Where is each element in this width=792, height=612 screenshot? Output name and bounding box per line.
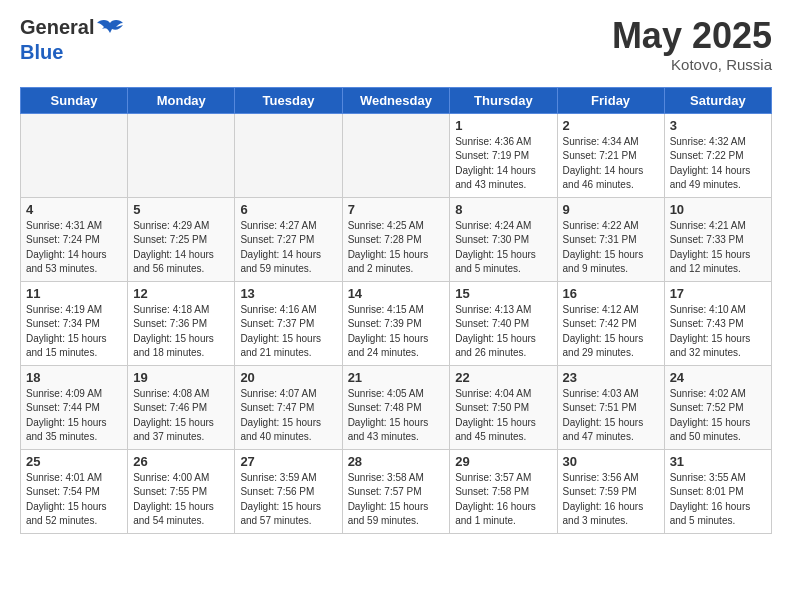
day-info: Sunrise: 3:57 AM Sunset: 7:58 PM Dayligh…	[455, 471, 551, 529]
day-number: 27	[240, 454, 336, 469]
day-info: Sunrise: 4:00 AM Sunset: 7:55 PM Dayligh…	[133, 471, 229, 529]
logo-general: General	[20, 16, 94, 38]
col-header-monday: Monday	[128, 87, 235, 113]
month-year-title: May 2025	[612, 16, 772, 56]
day-number: 9	[563, 202, 659, 217]
day-info: Sunrise: 4:34 AM Sunset: 7:21 PM Dayligh…	[563, 135, 659, 193]
calendar-cell: 10Sunrise: 4:21 AM Sunset: 7:33 PM Dayli…	[664, 197, 771, 281]
page: General Blue May 2025 Kotovo, Russia Sun…	[0, 0, 792, 550]
calendar-cell: 6Sunrise: 4:27 AM Sunset: 7:27 PM Daylig…	[235, 197, 342, 281]
calendar-cell: 9Sunrise: 4:22 AM Sunset: 7:31 PM Daylig…	[557, 197, 664, 281]
calendar-table: SundayMondayTuesdayWednesdayThursdayFrid…	[20, 87, 772, 534]
calendar-cell: 30Sunrise: 3:56 AM Sunset: 7:59 PM Dayli…	[557, 449, 664, 533]
day-info: Sunrise: 4:24 AM Sunset: 7:30 PM Dayligh…	[455, 219, 551, 277]
calendar-week-row: 25Sunrise: 4:01 AM Sunset: 7:54 PM Dayli…	[21, 449, 772, 533]
day-number: 17	[670, 286, 766, 301]
day-number: 1	[455, 118, 551, 133]
calendar-cell: 25Sunrise: 4:01 AM Sunset: 7:54 PM Dayli…	[21, 449, 128, 533]
calendar-cell: 20Sunrise: 4:07 AM Sunset: 7:47 PM Dayli…	[235, 365, 342, 449]
day-info: Sunrise: 4:21 AM Sunset: 7:33 PM Dayligh…	[670, 219, 766, 277]
calendar-cell: 15Sunrise: 4:13 AM Sunset: 7:40 PM Dayli…	[450, 281, 557, 365]
calendar-cell: 19Sunrise: 4:08 AM Sunset: 7:46 PM Dayli…	[128, 365, 235, 449]
day-number: 18	[26, 370, 122, 385]
day-info: Sunrise: 4:16 AM Sunset: 7:37 PM Dayligh…	[240, 303, 336, 361]
logo-blue: Blue	[20, 41, 63, 63]
day-number: 19	[133, 370, 229, 385]
day-info: Sunrise: 4:12 AM Sunset: 7:42 PM Dayligh…	[563, 303, 659, 361]
day-info: Sunrise: 4:04 AM Sunset: 7:50 PM Dayligh…	[455, 387, 551, 445]
calendar-cell	[21, 113, 128, 197]
day-number: 13	[240, 286, 336, 301]
day-info: Sunrise: 4:05 AM Sunset: 7:48 PM Dayligh…	[348, 387, 445, 445]
col-header-thursday: Thursday	[450, 87, 557, 113]
day-info: Sunrise: 4:29 AM Sunset: 7:25 PM Dayligh…	[133, 219, 229, 277]
header: General Blue May 2025 Kotovo, Russia	[20, 16, 772, 73]
calendar-cell: 28Sunrise: 3:58 AM Sunset: 7:57 PM Dayli…	[342, 449, 450, 533]
day-number: 14	[348, 286, 445, 301]
day-info: Sunrise: 4:19 AM Sunset: 7:34 PM Dayligh…	[26, 303, 122, 361]
day-number: 25	[26, 454, 122, 469]
day-info: Sunrise: 3:56 AM Sunset: 7:59 PM Dayligh…	[563, 471, 659, 529]
calendar-week-row: 18Sunrise: 4:09 AM Sunset: 7:44 PM Dayli…	[21, 365, 772, 449]
day-info: Sunrise: 4:03 AM Sunset: 7:51 PM Dayligh…	[563, 387, 659, 445]
day-number: 3	[670, 118, 766, 133]
col-header-sunday: Sunday	[21, 87, 128, 113]
day-info: Sunrise: 4:22 AM Sunset: 7:31 PM Dayligh…	[563, 219, 659, 277]
calendar-cell: 1Sunrise: 4:36 AM Sunset: 7:19 PM Daylig…	[450, 113, 557, 197]
calendar-week-row: 1Sunrise: 4:36 AM Sunset: 7:19 PM Daylig…	[21, 113, 772, 197]
day-info: Sunrise: 4:27 AM Sunset: 7:27 PM Dayligh…	[240, 219, 336, 277]
day-info: Sunrise: 4:08 AM Sunset: 7:46 PM Dayligh…	[133, 387, 229, 445]
day-info: Sunrise: 3:59 AM Sunset: 7:56 PM Dayligh…	[240, 471, 336, 529]
calendar-cell: 17Sunrise: 4:10 AM Sunset: 7:43 PM Dayli…	[664, 281, 771, 365]
day-info: Sunrise: 4:25 AM Sunset: 7:28 PM Dayligh…	[348, 219, 445, 277]
calendar-cell: 14Sunrise: 4:15 AM Sunset: 7:39 PM Dayli…	[342, 281, 450, 365]
day-number: 28	[348, 454, 445, 469]
calendar-cell: 12Sunrise: 4:18 AM Sunset: 7:36 PM Dayli…	[128, 281, 235, 365]
day-number: 31	[670, 454, 766, 469]
day-info: Sunrise: 4:01 AM Sunset: 7:54 PM Dayligh…	[26, 471, 122, 529]
day-number: 26	[133, 454, 229, 469]
calendar-cell	[342, 113, 450, 197]
calendar-cell: 18Sunrise: 4:09 AM Sunset: 7:44 PM Dayli…	[21, 365, 128, 449]
calendar-cell	[235, 113, 342, 197]
day-number: 7	[348, 202, 445, 217]
day-info: Sunrise: 4:31 AM Sunset: 7:24 PM Dayligh…	[26, 219, 122, 277]
day-info: Sunrise: 4:15 AM Sunset: 7:39 PM Dayligh…	[348, 303, 445, 361]
calendar-cell: 4Sunrise: 4:31 AM Sunset: 7:24 PM Daylig…	[21, 197, 128, 281]
day-number: 6	[240, 202, 336, 217]
day-number: 8	[455, 202, 551, 217]
day-number: 15	[455, 286, 551, 301]
day-info: Sunrise: 4:32 AM Sunset: 7:22 PM Dayligh…	[670, 135, 766, 193]
calendar-cell: 16Sunrise: 4:12 AM Sunset: 7:42 PM Dayli…	[557, 281, 664, 365]
day-number: 29	[455, 454, 551, 469]
calendar-week-row: 11Sunrise: 4:19 AM Sunset: 7:34 PM Dayli…	[21, 281, 772, 365]
col-header-tuesday: Tuesday	[235, 87, 342, 113]
day-number: 23	[563, 370, 659, 385]
day-info: Sunrise: 3:58 AM Sunset: 7:57 PM Dayligh…	[348, 471, 445, 529]
calendar-cell: 8Sunrise: 4:24 AM Sunset: 7:30 PM Daylig…	[450, 197, 557, 281]
day-number: 2	[563, 118, 659, 133]
day-number: 11	[26, 286, 122, 301]
calendar-cell: 27Sunrise: 3:59 AM Sunset: 7:56 PM Dayli…	[235, 449, 342, 533]
calendar-cell: 13Sunrise: 4:16 AM Sunset: 7:37 PM Dayli…	[235, 281, 342, 365]
day-number: 21	[348, 370, 445, 385]
col-header-saturday: Saturday	[664, 87, 771, 113]
col-header-wednesday: Wednesday	[342, 87, 450, 113]
col-header-friday: Friday	[557, 87, 664, 113]
day-info: Sunrise: 4:13 AM Sunset: 7:40 PM Dayligh…	[455, 303, 551, 361]
day-number: 30	[563, 454, 659, 469]
day-number: 12	[133, 286, 229, 301]
calendar-cell: 23Sunrise: 4:03 AM Sunset: 7:51 PM Dayli…	[557, 365, 664, 449]
calendar-cell: 3Sunrise: 4:32 AM Sunset: 7:22 PM Daylig…	[664, 113, 771, 197]
day-number: 10	[670, 202, 766, 217]
day-info: Sunrise: 4:10 AM Sunset: 7:43 PM Dayligh…	[670, 303, 766, 361]
day-info: Sunrise: 4:18 AM Sunset: 7:36 PM Dayligh…	[133, 303, 229, 361]
day-number: 4	[26, 202, 122, 217]
day-info: Sunrise: 4:07 AM Sunset: 7:47 PM Dayligh…	[240, 387, 336, 445]
day-info: Sunrise: 3:55 AM Sunset: 8:01 PM Dayligh…	[670, 471, 766, 529]
calendar-cell: 21Sunrise: 4:05 AM Sunset: 7:48 PM Dayli…	[342, 365, 450, 449]
calendar-cell: 11Sunrise: 4:19 AM Sunset: 7:34 PM Dayli…	[21, 281, 128, 365]
day-number: 24	[670, 370, 766, 385]
location-subtitle: Kotovo, Russia	[612, 56, 772, 73]
calendar-cell	[128, 113, 235, 197]
